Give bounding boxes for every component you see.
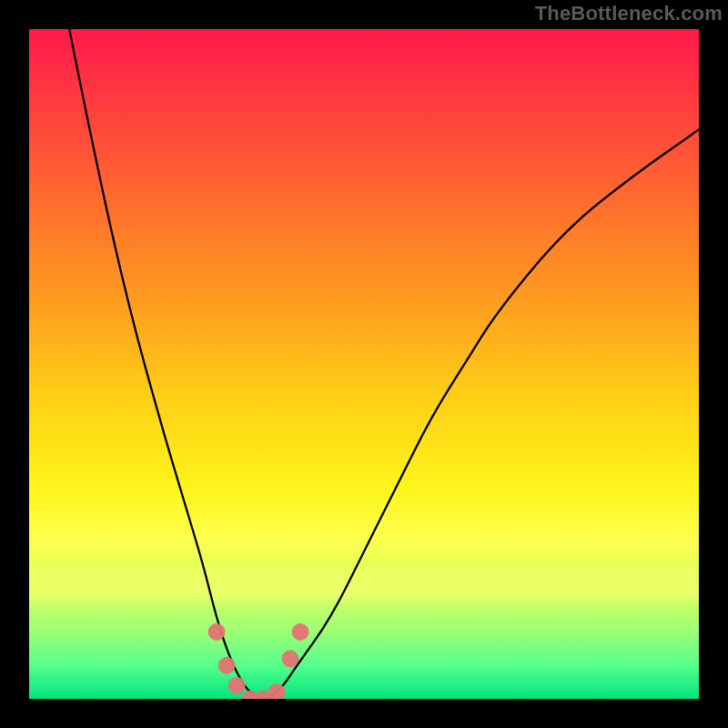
data-point — [292, 623, 308, 640]
data-point — [228, 677, 245, 693]
bottleneck-curve — [69, 29, 699, 699]
curve-svg — [29, 29, 699, 699]
data-point — [282, 651, 298, 667]
data-point — [208, 623, 225, 640]
data-point-markers — [208, 623, 308, 699]
data-point — [218, 657, 235, 673]
data-point — [268, 684, 285, 699]
plot-area — [29, 29, 699, 699]
chart-frame: TheBottleneck.com — [0, 0, 728, 728]
watermark-label: TheBottleneck.com — [535, 2, 723, 25]
